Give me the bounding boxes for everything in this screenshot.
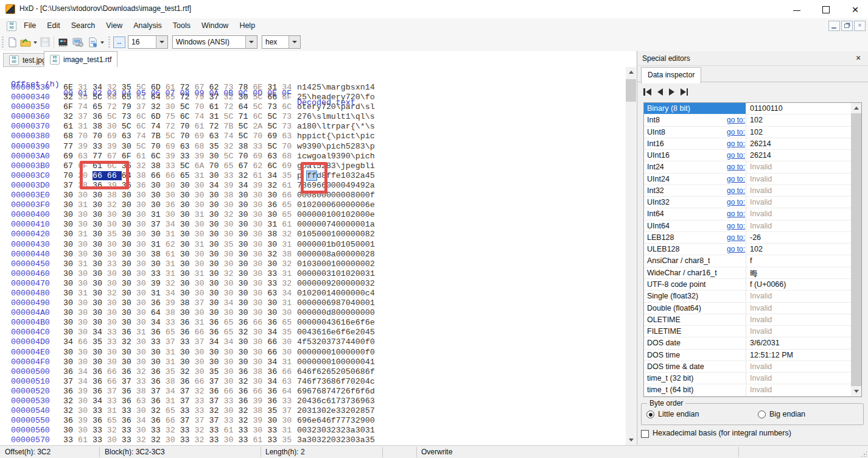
menu-file[interactable]: File <box>18 18 41 33</box>
byte-cell[interactable]: 33 <box>223 396 238 406</box>
byte-cell[interactable]: 5C <box>166 132 180 141</box>
decoded-text[interactable]: 0043616e6f6e2045 <box>297 328 375 337</box>
byte-cell[interactable]: 30 <box>136 220 151 229</box>
decoded-text[interactable]: 646f62652050686f <box>297 367 375 377</box>
byte-cell[interactable]: 30 <box>282 348 292 357</box>
byte-cell[interactable]: 36 <box>93 387 107 396</box>
byte-cell[interactable]: 35 <box>107 230 122 239</box>
byte-cell[interactable]: 33 <box>238 435 253 445</box>
byte-cell[interactable]: 66 <box>253 318 267 327</box>
byte-cell[interactable]: 61 <box>136 152 151 161</box>
byte-cell[interactable]: 37 <box>107 387 122 396</box>
hex-bytes[interactable]: 32 30 34 33 36 63 36 31 37 33 37 33 36 3… <box>63 396 292 406</box>
byte-cell[interactable]: 5C <box>267 122 282 131</box>
mdi-close-button[interactable]: × <box>854 21 866 31</box>
byte-cell[interactable]: 32 <box>166 426 180 435</box>
byte-cell[interactable]: 31 <box>282 426 292 435</box>
byte-cell[interactable]: 70 <box>93 132 107 141</box>
byte-cell[interactable]: 30 <box>93 289 107 298</box>
byte-cell[interactable]: 62 <box>166 240 180 249</box>
byte-cell[interactable]: 34 <box>93 396 107 406</box>
byte-cell[interactable]: 63 <box>267 152 282 161</box>
byte-cell[interactable]: 30 <box>122 191 136 200</box>
decoded-text[interactable]: 0000001b01050001 <box>297 240 375 250</box>
byte-cell[interactable]: 70 <box>151 142 166 151</box>
byte-cell[interactable]: 34 <box>166 289 180 298</box>
byte-cell[interactable]: 6C <box>136 122 151 131</box>
byte-cell[interactable]: 39 <box>195 152 209 161</box>
byte-cell[interactable]: 36 <box>93 112 107 121</box>
byte-cell[interactable]: 35 <box>93 337 107 347</box>
byte-cell[interactable]: 39 <box>166 298 180 308</box>
byte-cell[interactable]: 37 <box>151 220 166 229</box>
hex-row[interactable]: 000003506F 74 65 72 79 37 32 30 5C 70 61… <box>0 102 626 112</box>
byte-cell[interactable]: 30 <box>122 289 136 298</box>
byte-cell[interactable]: 31 <box>195 240 209 249</box>
byte-cell[interactable]: 30 <box>180 269 195 278</box>
goto-link[interactable]: go to: <box>727 210 745 218</box>
inspector-value[interactable]: 102 <box>750 245 763 253</box>
byte-cell[interactable]: 61 <box>166 250 180 259</box>
byte-cell[interactable]: 31 <box>195 318 209 327</box>
byte-cell[interactable]: 30 <box>195 348 209 357</box>
byte-cell[interactable]: 73 <box>122 112 136 121</box>
byte-cell[interactable]: 5C <box>93 93 107 102</box>
byte-cell[interactable]: 66 <box>107 367 122 376</box>
byte-cell[interactable]: 35 <box>209 142 224 151</box>
hex-bytes[interactable]: 34 66 35 33 32 30 33 37 33 37 34 34 30 3… <box>63 337 292 347</box>
byte-cell[interactable]: 31 <box>267 83 282 92</box>
byte-cell[interactable]: 33 <box>267 269 282 278</box>
inspector-value[interactable]: 01100110 <box>750 104 783 113</box>
byte-cell[interactable]: 32 <box>238 377 253 386</box>
byte-cell[interactable]: 5C <box>267 112 282 121</box>
byte-cell[interactable]: 33 <box>253 142 267 151</box>
byte-cell[interactable]: 30 <box>107 210 122 219</box>
byte-cell[interactable]: 39 <box>253 181 267 190</box>
byte-cell[interactable]: 34 <box>209 337 224 347</box>
hex-bytes[interactable]: 30 30 30 30 30 30 30 31 30 30 30 30 30 3… <box>63 358 292 367</box>
byte-cell[interactable]: 37 <box>136 102 151 111</box>
inspector-row[interactable]: time_t (32 bit)Invalid <box>644 373 851 384</box>
byte-cell[interactable]: 36 <box>122 416 136 425</box>
decoded-text[interactable]: 0000000100000041 <box>297 358 375 367</box>
resize-grip[interactable] <box>861 451 867 457</box>
inspector-row[interactable]: Int16go to:26214 <box>644 138 851 150</box>
byte-cell[interactable]: 64 <box>282 387 292 396</box>
byte-cell[interactable]: 77 <box>93 152 107 161</box>
byte-cell[interactable]: 31 <box>209 112 224 121</box>
inspector-value[interactable]: Invalid <box>750 315 772 324</box>
goto-link[interactable]: go to: <box>727 128 745 136</box>
byte-cell[interactable]: 65 <box>93 102 107 111</box>
byte-cell[interactable]: 30 <box>253 210 267 219</box>
byte-cell[interactable]: 36 <box>238 387 253 396</box>
byte-cell[interactable]: 30 <box>223 435 238 445</box>
hex-row[interactable]: 0000034032 35 5C 68 65 61 64 65 72 79 37… <box>0 93 626 102</box>
inspector-value[interactable]: Invalid <box>750 374 772 382</box>
byte-cell[interactable]: 30 <box>63 259 78 269</box>
hex-bytes[interactable]: 77 39 33 39 30 5C 70 69 63 68 35 32 38 3… <box>63 142 292 152</box>
byte-cell[interactable]: 36 <box>238 318 253 327</box>
inspector-type-label[interactable]: Double (float64) <box>644 303 746 314</box>
byte-cell[interactable]: 34 <box>78 367 93 376</box>
goto-link[interactable]: go to: <box>727 163 745 171</box>
hex-bytes[interactable]: 30 31 30 33 30 30 30 31 30 30 30 30 30 3… <box>63 259 292 269</box>
byte-cell[interactable]: 37 <box>209 377 224 386</box>
byte-cell[interactable]: 6F <box>63 102 78 111</box>
byte-cell[interactable]: 33 <box>223 416 238 425</box>
byte-cell[interactable]: 66 <box>267 93 282 102</box>
byte-cell[interactable]: 30 <box>209 298 224 308</box>
byte-cell[interactable]: 77 <box>63 142 78 151</box>
hex-row[interactable]: 0000055036 39 36 65 36 34 36 66 37 37 37… <box>0 416 626 426</box>
byte-cell[interactable]: 34 <box>267 377 282 386</box>
export-icon[interactable] <box>88 37 98 48</box>
byte-cell[interactable]: 61 <box>282 181 292 190</box>
inspector-type-label[interactable]: Binary (8 bit) <box>644 103 746 114</box>
byte-cell[interactable]: 30 <box>282 337 292 347</box>
byte-cell[interactable]: 31 <box>282 358 292 367</box>
byte-cell[interactable]: 36 <box>180 318 195 327</box>
byte-cell[interactable]: 5C <box>136 83 151 92</box>
byte-cell[interactable]: 33 <box>209 435 224 445</box>
byte-cell[interactable]: 30 <box>180 250 195 259</box>
byte-cell[interactable]: 62 <box>209 83 224 92</box>
byte-cell[interactable]: 73 <box>282 112 292 121</box>
